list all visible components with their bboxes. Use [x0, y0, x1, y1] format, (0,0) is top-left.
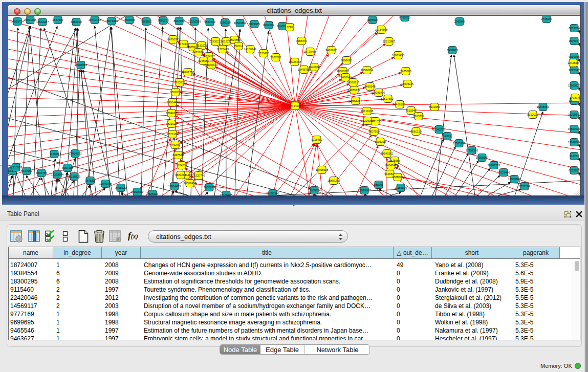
- svg-text:14055714: 14055714: [11, 20, 24, 23]
- svg-text:9777169: 9777169: [167, 133, 178, 136]
- svg-text:1527602: 1527602: [382, 97, 393, 100]
- svg-text:10543362: 10543362: [381, 152, 393, 155]
- svg-text:19384554: 19384554: [361, 69, 373, 72]
- svg-text:9463627: 9463627: [325, 49, 336, 52]
- svg-text:1990448: 1990448: [167, 101, 178, 104]
- svg-text:12213369: 12213369: [10, 166, 22, 169]
- svg-text:8215955: 8215955: [569, 169, 579, 172]
- svg-text:252214: 252214: [234, 45, 243, 48]
- svg-text:1362615: 1362615: [170, 91, 181, 94]
- svg-text:1527602: 1527602: [52, 18, 63, 21]
- svg-text:8471676: 8471676: [192, 51, 203, 54]
- svg-text:8912954: 8912954: [429, 105, 440, 108]
- svg-text:23226058: 23226058: [361, 119, 374, 122]
- svg-text:22420046: 22420046: [339, 76, 352, 79]
- svg-text:6466100: 6466100: [394, 103, 405, 106]
- svg-text:8322013: 8322013: [527, 113, 538, 116]
- svg-text:20091406: 20091406: [373, 91, 385, 94]
- svg-text:9227342: 9227342: [569, 69, 579, 72]
- svg-text:10719138: 10719138: [361, 110, 373, 113]
- svg-text:9827509: 9827509: [368, 130, 379, 133]
- svg-text:10973493: 10973493: [392, 54, 404, 57]
- svg-text:16640910: 16640910: [205, 63, 217, 67]
- svg-text:8427552: 8427552: [21, 169, 32, 172]
- svg-text:12213967: 12213967: [383, 40, 395, 43]
- svg-text:10507457: 10507457: [184, 182, 196, 185]
- svg-text:12505195: 12505195: [453, 142, 465, 145]
- svg-text:7625402: 7625402: [147, 192, 158, 195]
- svg-text:9329966: 9329966: [569, 55, 579, 58]
- svg-text:8196328: 8196328: [220, 21, 230, 24]
- svg-text:835061: 835061: [374, 183, 383, 186]
- svg-text:18724007: 18724007: [289, 104, 301, 107]
- svg-text:8938923: 8938923: [447, 49, 458, 52]
- svg-text:2242848: 2242848: [568, 61, 578, 64]
- svg-text:2718170: 2718170: [570, 96, 580, 99]
- svg-text:1610755: 1610755: [36, 171, 47, 174]
- svg-text:9657791: 9657791: [204, 186, 214, 189]
- svg-text:2242848: 2242848: [454, 20, 465, 23]
- svg-text:9115460: 9115460: [311, 138, 322, 141]
- svg-text:12353594: 12353594: [51, 173, 63, 176]
- svg-text:7515546: 7515546: [405, 109, 416, 112]
- svg-text:6479197: 6479197: [167, 38, 178, 41]
- svg-text:6466100: 6466100: [71, 20, 81, 24]
- svg-text:2687682: 2687682: [270, 56, 281, 59]
- svg-text:14569117: 14569117: [347, 81, 359, 84]
- svg-text:12093822: 12093822: [568, 84, 580, 87]
- svg-text:3498222: 3498222: [115, 186, 126, 189]
- svg-text:7485063: 7485063: [400, 70, 411, 73]
- svg-text:26053346: 26053346: [267, 192, 279, 195]
- svg-text:16120746: 16120746: [192, 174, 205, 177]
- svg-text:16210643: 16210643: [568, 113, 580, 116]
- svg-text:21156829: 21156829: [395, 186, 407, 189]
- svg-text:1733426: 1733426: [258, 52, 269, 55]
- svg-text:18807249: 18807249: [328, 179, 340, 182]
- svg-text:2718170: 2718170: [541, 17, 552, 20]
- svg-text:7357224: 7357224: [519, 185, 530, 188]
- svg-text:8322013: 8322013: [399, 16, 410, 19]
- svg-text:9827509: 9827509: [204, 20, 215, 24]
- svg-text:17342757: 17342757: [433, 128, 445, 131]
- svg-text:1575107: 1575107: [569, 39, 579, 42]
- svg-text:8196328: 8196328: [375, 140, 385, 143]
- svg-text:10553287: 10553287: [36, 20, 49, 24]
- svg-text:1640954: 1640954: [309, 65, 319, 69]
- svg-text:10543362: 10543362: [234, 21, 246, 25]
- svg-text:20091406: 20091406: [24, 18, 36, 21]
- svg-text:13975115: 13975115: [401, 82, 413, 85]
- svg-text:12023446: 12023446: [497, 171, 510, 174]
- svg-text:14519: 14519: [443, 135, 451, 138]
- svg-text:7955812: 7955812: [174, 81, 185, 84]
- svg-text:10154808: 10154808: [375, 28, 387, 31]
- svg-text:11325419: 11325419: [216, 48, 229, 51]
- svg-text:9660123: 9660123: [158, 19, 168, 22]
- svg-text:10958107: 10958107: [476, 156, 488, 159]
- svg-text:16671355: 16671355: [105, 19, 118, 23]
- svg-text:23226058: 23226058: [188, 20, 201, 23]
- svg-text:117006: 117006: [50, 152, 59, 156]
- svg-text:1588520: 1588520: [392, 176, 403, 179]
- svg-text:7632621: 7632621: [196, 44, 207, 47]
- svg-text:7515546: 7515546: [124, 18, 135, 21]
- svg-text:10756928: 10756928: [316, 168, 328, 171]
- svg-text:567832: 567832: [85, 179, 95, 182]
- svg-text:15300212: 15300212: [209, 40, 222, 43]
- svg-text:8267110: 8267110: [62, 166, 73, 169]
- svg-text:14055714: 14055714: [348, 89, 360, 92]
- svg-text:13524851: 13524851: [228, 38, 241, 41]
- svg-text:17957255: 17957255: [466, 149, 478, 152]
- svg-text:8454749: 8454749: [263, 24, 274, 27]
- svg-text:15692921: 15692921: [568, 127, 580, 130]
- svg-text:8912954: 8912954: [173, 19, 184, 23]
- svg-text:1588520: 1588520: [367, 18, 378, 21]
- svg-text:17010504: 17010504: [568, 141, 580, 144]
- svg-text:6216: 6216: [287, 26, 293, 29]
- svg-text:9465546: 9465546: [364, 85, 375, 88]
- svg-text:15716485: 15716485: [220, 193, 232, 195]
- svg-text:1821022: 1821022: [166, 122, 177, 125]
- svg-text:116753: 116753: [570, 155, 579, 158]
- svg-text:14099489: 14099489: [131, 190, 143, 193]
- svg-text:6497568: 6497568: [172, 154, 183, 157]
- svg-text:20206576: 20206576: [75, 63, 87, 67]
